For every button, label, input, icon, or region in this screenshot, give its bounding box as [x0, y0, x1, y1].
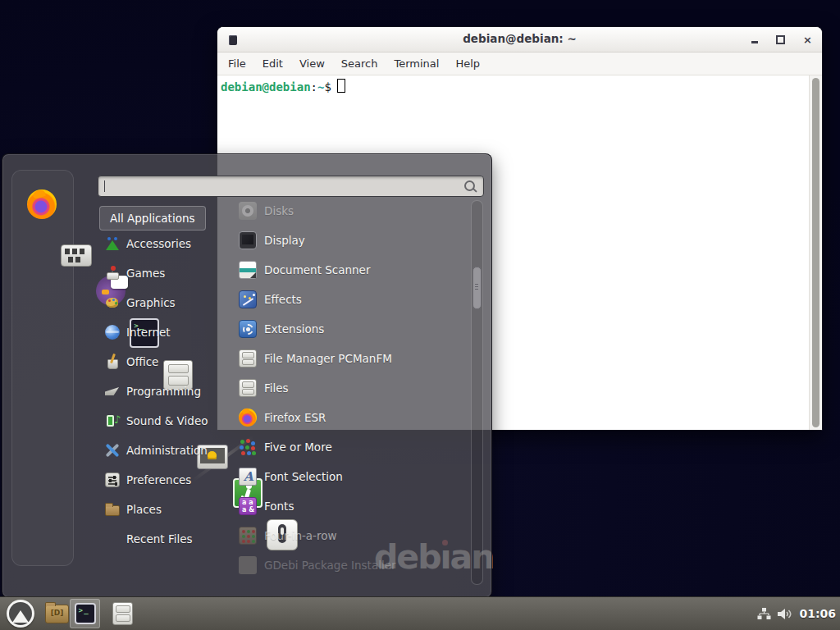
clock[interactable]: 01:06: [799, 607, 836, 620]
terminal-icon: [75, 603, 96, 624]
graphics-icon: [105, 295, 120, 310]
file-cabinet-icon: [239, 349, 257, 368]
search-caret: [104, 180, 105, 192]
app-display[interactable]: Display: [239, 229, 305, 252]
menu-edit[interactable]: Edit: [262, 57, 283, 70]
app-four-in-a-row[interactable]: Four-in-a-row: [239, 524, 337, 547]
category-programming[interactable]: Programming: [105, 381, 201, 402]
category-games[interactable]: Games: [105, 262, 165, 284]
app-files[interactable]: Files: [239, 377, 289, 399]
app-five-or-more[interactable]: Five or More: [239, 436, 332, 459]
window-controls: ×: [751, 27, 812, 52]
file-cabinet-icon: [239, 379, 257, 397]
app-firefox-esr[interactable]: Firefox ESR: [239, 406, 326, 429]
app-extensions[interactable]: Extensions: [239, 317, 324, 340]
internet-icon: [105, 325, 120, 340]
search-input[interactable]: [98, 176, 484, 197]
terminal-task-button[interactable]: [70, 599, 100, 628]
category-office[interactable]: Office: [105, 351, 158, 372]
programming-icon: [105, 384, 120, 399]
terminal-titlebar[interactable]: debian@debian: ~ ×: [217, 27, 822, 52]
file-manager-launcher[interactable]: [45, 605, 69, 623]
gdebi-icon: [239, 556, 257, 574]
four-in-a-row-icon: [239, 527, 257, 545]
category-accessories[interactable]: Accessories: [105, 233, 191, 254]
accessories-icon: [105, 236, 120, 251]
menu-terminal[interactable]: Terminal: [394, 57, 439, 70]
system-tray: 01:06: [757, 597, 836, 630]
menu-help[interactable]: Help: [455, 57, 480, 70]
app-gdebi-package-installer[interactable]: GDebi Package Installer: [239, 554, 396, 577]
app-file-manager-pcmanfm[interactable]: File Manager PCManFM: [239, 347, 392, 370]
category-recent-files[interactable]: Recent Files: [105, 528, 193, 550]
extensions-icon: [239, 320, 257, 338]
document-scanner-icon: [239, 261, 257, 279]
font-selection-icon: [239, 468, 257, 486]
menu-search[interactable]: Search: [341, 57, 378, 70]
category-preferences[interactable]: Preferences: [105, 469, 191, 491]
firefox-icon[interactable]: [27, 189, 57, 219]
category-graphics[interactable]: Graphics: [105, 292, 176, 313]
five-or-more-icon: [239, 438, 257, 456]
app-disks[interactable]: Disks: [239, 199, 294, 222]
text-cursor: [337, 79, 345, 93]
category-sound-video[interactable]: Sound & Video: [105, 410, 208, 431]
disks-icon: [239, 202, 257, 220]
shell-prompt: debian@debian:~$: [221, 79, 345, 94]
effects-icon: [239, 290, 257, 308]
app-font-selection[interactable]: Font Selection: [239, 465, 343, 488]
keyboard-character-map-icon[interactable]: [61, 244, 92, 267]
category-places[interactable]: Places: [105, 499, 162, 520]
preferences-icon: [105, 472, 120, 487]
games-icon: [105, 266, 120, 281]
apps-scrollbar-thumb[interactable]: [472, 267, 482, 309]
network-icon[interactable]: [757, 608, 771, 620]
volume-icon[interactable]: [778, 608, 792, 620]
terminal-scrollbar-thumb[interactable]: [812, 78, 819, 427]
category-all-applications[interactable]: All Applications: [99, 206, 206, 231]
files-launcher[interactable]: [112, 602, 133, 625]
category-internet[interactable]: Internet: [105, 322, 171, 343]
maximize-button[interactable]: [776, 35, 785, 44]
administration-icon: [105, 443, 120, 458]
display-icon: [239, 231, 257, 249]
app-fonts[interactable]: Fonts: [239, 495, 294, 518]
window-title: debian@debian: ~: [217, 32, 822, 45]
app-document-scanner[interactable]: Document Scanner: [239, 258, 370, 281]
taskbar: 01:06: [0, 596, 840, 630]
menu-file[interactable]: File: [228, 57, 246, 70]
fonts-icon: [239, 497, 257, 515]
apps-scrollbar[interactable]: [471, 200, 483, 585]
application-menu: All Applications Accessories Games Graph…: [2, 153, 492, 598]
search-icon: [464, 180, 475, 191]
app-effects[interactable]: Effects: [239, 288, 302, 311]
minimize-button[interactable]: [751, 41, 758, 43]
desktop: debıan debian@debian: ~ × File Edit View…: [0, 0, 840, 630]
firefox-icon: [239, 409, 257, 427]
terminal-menubar: File Edit View Search Terminal Help: [217, 52, 822, 75]
menu-button[interactable]: [7, 600, 34, 628]
sound-video-icon: [105, 413, 120, 428]
close-button[interactable]: ×: [803, 34, 812, 45]
office-icon: [105, 354, 120, 369]
category-administration[interactable]: Administration: [105, 440, 208, 461]
terminal-scrollbar[interactable]: [809, 75, 822, 430]
menu-view[interactable]: View: [299, 57, 325, 70]
places-icon: [105, 505, 120, 516]
favorites-panel: [11, 170, 74, 566]
